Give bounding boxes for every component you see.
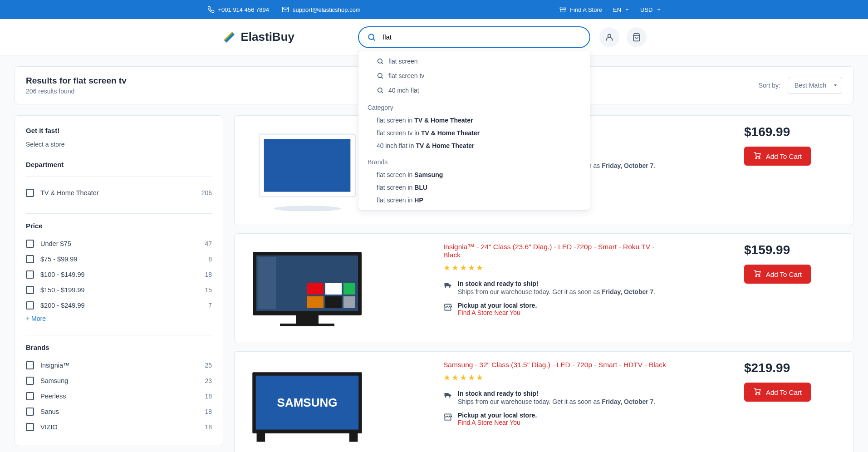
filter-brands-title: Brands	[26, 344, 212, 351]
pickup-row: Pickup at your local store.Find A Store …	[443, 302, 672, 316]
find-store-link[interactable]: Find A Store	[559, 6, 602, 13]
add-to-cart-button[interactable]: Add To Cart	[744, 383, 811, 402]
checkbox[interactable]	[26, 240, 34, 248]
svg-line-5	[373, 39, 375, 40]
sidebar: Get it fast! Select a store Department T…	[15, 115, 223, 452]
filter-getfast-title: Get it fast!	[26, 127, 212, 134]
filter-brand-item[interactable]: Samsung23	[26, 373, 212, 388]
search-icon	[377, 72, 384, 79]
logo[interactable]: ElastiBuy	[222, 30, 295, 44]
divider	[26, 177, 212, 177]
checkbox[interactable]	[26, 270, 34, 279]
svg-line-9	[382, 77, 383, 79]
filter-brand-item[interactable]: Insignia™25	[26, 358, 212, 373]
results-count: 206 results found	[26, 88, 127, 95]
checkbox[interactable]	[26, 408, 34, 416]
ac-category-item[interactable]: 40 inch flat in TV & Home Theater	[358, 139, 590, 152]
product-title[interactable]: Insignia™ - 24" Class (23.6" Diag.) - LE…	[443, 243, 672, 259]
product-image[interactable]: SAMSUNG	[244, 361, 371, 452]
filter-getfast-sub[interactable]: Select a store	[26, 141, 212, 148]
checkbox[interactable]	[26, 423, 34, 431]
find-store-link[interactable]: Find A Store Near You	[458, 309, 537, 316]
checkbox[interactable]	[26, 286, 34, 294]
product-image[interactable]	[244, 125, 371, 216]
store-icon	[443, 303, 452, 316]
product-title[interactable]: Samsung - 32" Class (31.5" Diag.) - LED …	[443, 361, 672, 369]
product-card: Insignia™ - 24" Class (23.6" Diag.) - LE…	[234, 233, 853, 343]
currency-select[interactable]: USD	[640, 6, 661, 13]
svg-point-4	[368, 34, 374, 39]
svg-text:SAMSUNG: SAMSUNG	[277, 396, 338, 410]
svg-rect-20	[280, 324, 334, 326]
logo-text: ElastiBuy	[241, 30, 295, 44]
results-title: Results for flat screen tv	[26, 76, 127, 86]
star-rating: ★★★★★	[443, 263, 672, 273]
svg-rect-21	[258, 257, 276, 309]
ac-term[interactable]: 40 inch flat	[358, 83, 590, 98]
cart-button[interactable]	[627, 27, 647, 47]
filter-price-item[interactable]: $150 - $199.9915	[26, 282, 212, 298]
lang-select[interactable]: EN	[613, 6, 629, 13]
search-input[interactable]	[358, 26, 590, 48]
filter-price-item[interactable]: $75 - $99.998	[26, 251, 212, 267]
ac-term[interactable]: flat screen tv	[358, 69, 590, 83]
divider	[26, 335, 212, 335]
filter-brand-item[interactable]: Sanus18	[26, 404, 212, 419]
chevron-down-icon	[625, 7, 629, 12]
product-image[interactable]	[244, 243, 371, 334]
topbar-email-text: support@elasticshop.com	[293, 6, 361, 13]
logo-icon	[222, 30, 236, 44]
topbar-email[interactable]: support@elasticshop.com	[282, 6, 361, 13]
find-store-link[interactable]: Find A Store Near You	[458, 419, 537, 426]
svg-point-8	[378, 73, 382, 77]
account-button[interactable]	[599, 27, 619, 47]
svg-rect-25	[307, 296, 324, 308]
checkbox[interactable]	[26, 189, 34, 197]
ac-term[interactable]: flat screen	[358, 54, 590, 69]
svg-rect-23	[325, 283, 342, 295]
add-to-cart-button[interactable]: Add To Cart	[744, 147, 811, 166]
checkbox[interactable]	[26, 361, 34, 369]
product-price: $169.99	[744, 125, 844, 139]
checkbox[interactable]	[26, 255, 34, 263]
more-link[interactable]: + More	[26, 315, 212, 322]
truck-icon	[443, 281, 452, 295]
ac-brand-item[interactable]: flat screen in BLU	[358, 181, 590, 194]
store-icon	[559, 6, 566, 13]
topbar-phone[interactable]: +001 914 456 7894	[207, 6, 269, 13]
search-autocomplete: flat screen flat screen tv 40 inch flat …	[358, 50, 590, 211]
sort-select[interactable]: Best Match	[788, 77, 842, 94]
user-icon	[605, 33, 614, 42]
ac-category-item[interactable]: flat screen tv in TV & Home Theater	[358, 127, 590, 139]
phone-icon	[207, 6, 215, 13]
checkbox[interactable]	[26, 392, 34, 400]
truck-icon	[443, 391, 452, 405]
svg-rect-22	[307, 283, 324, 295]
filter-price-item[interactable]: Under $7547	[26, 236, 212, 251]
svg-line-7	[382, 63, 383, 64]
filter-department-item[interactable]: TV & Home Theater 206	[26, 185, 212, 201]
filter-price-item[interactable]: $200 - $249.997	[26, 298, 212, 313]
pickup-row: Pickup at your local store.Find A Store …	[443, 412, 672, 426]
filter-price-item[interactable]: $100 - $149.9918	[26, 267, 212, 282]
divider	[26, 213, 212, 214]
checkbox[interactable]	[26, 301, 34, 310]
svg-rect-24	[343, 283, 355, 295]
shipping-row: In stock and ready to ship!Ships from ou…	[443, 390, 672, 405]
checkbox[interactable]	[26, 377, 34, 385]
add-to-cart-button[interactable]: Add To Cart	[744, 265, 811, 284]
mail-icon	[282, 6, 289, 13]
product-price: $219.99	[744, 361, 844, 375]
filter-brand-item[interactable]: Peerless18	[26, 388, 212, 404]
star-rating: ★★★★★	[443, 373, 672, 383]
svg-point-6	[378, 59, 382, 63]
ac-category-item[interactable]: flat screen in TV & Home Theater	[358, 114, 590, 127]
ac-brand-item[interactable]: flat screen in Samsung	[358, 168, 590, 181]
filter-brand-item[interactable]: VIZIO18	[26, 419, 212, 435]
ac-brand-item[interactable]: flat screen in HP	[358, 194, 590, 206]
store-icon	[443, 413, 452, 426]
ac-brands-header: Brands	[358, 152, 590, 168]
search-icon	[377, 87, 384, 94]
sortby-label: Sort by:	[759, 82, 780, 89]
svg-rect-31	[257, 433, 265, 442]
